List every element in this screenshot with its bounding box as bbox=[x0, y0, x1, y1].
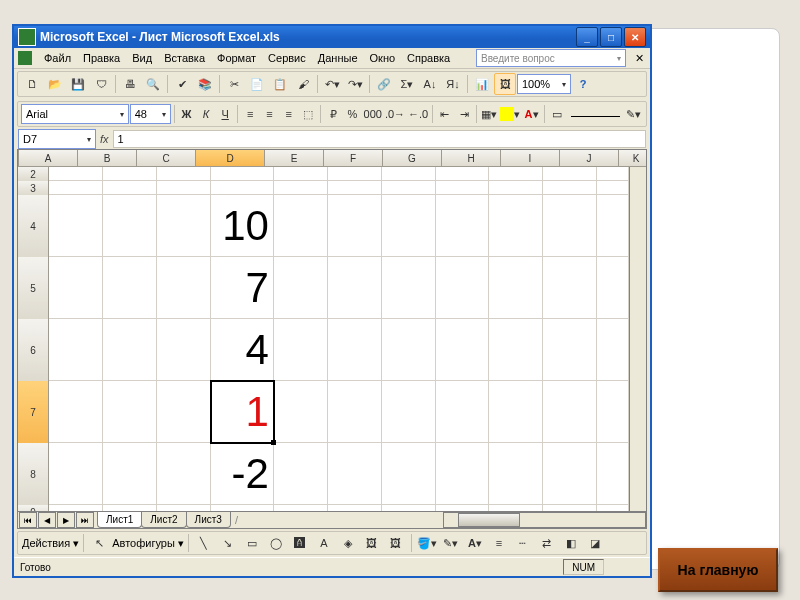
line-color-icon[interactable]: ✎▾ bbox=[625, 103, 643, 125]
col-header-K[interactable]: K bbox=[619, 150, 647, 167]
cell-A4[interactable] bbox=[49, 195, 103, 257]
fx-icon[interactable]: fx bbox=[100, 133, 109, 145]
permission-icon[interactable]: 🛡 bbox=[90, 73, 112, 95]
cell-I4[interactable] bbox=[489, 195, 543, 257]
cell-I5[interactable] bbox=[489, 257, 543, 319]
select-objects-icon[interactable]: ↖ bbox=[88, 532, 110, 554]
menu-правка[interactable]: Правка bbox=[77, 52, 126, 64]
cell-C7[interactable] bbox=[157, 381, 211, 443]
cell-B6[interactable] bbox=[103, 319, 157, 381]
cell-F7[interactable] bbox=[328, 381, 382, 443]
cell-C3[interactable] bbox=[157, 181, 211, 195]
font-size-combo[interactable]: 48▾ bbox=[130, 104, 171, 124]
cell-G7[interactable] bbox=[382, 381, 436, 443]
cell-E8[interactable] bbox=[274, 443, 328, 505]
dec-decimal-icon[interactable]: ←.0 bbox=[407, 103, 429, 125]
cell-G2[interactable] bbox=[382, 167, 436, 181]
cell-H7[interactable] bbox=[436, 381, 490, 443]
cell-J4[interactable] bbox=[543, 195, 597, 257]
cell-D6[interactable]: 4 bbox=[211, 319, 274, 381]
cell-E7[interactable] bbox=[274, 381, 328, 443]
row-header-2[interactable]: 2 bbox=[18, 167, 49, 182]
cell-G6[interactable] bbox=[382, 319, 436, 381]
cell-J7[interactable] bbox=[543, 381, 597, 443]
col-header-B[interactable]: B bbox=[78, 150, 137, 167]
paste-icon[interactable]: 📋 bbox=[269, 73, 291, 95]
cell-F6[interactable] bbox=[328, 319, 382, 381]
oval-icon[interactable]: ◯ bbox=[265, 532, 287, 554]
cell-J6[interactable] bbox=[543, 319, 597, 381]
zoom-combo[interactable]: 100%▾ bbox=[517, 74, 571, 94]
row-header-6[interactable]: 6 bbox=[18, 319, 49, 382]
menu-окно[interactable]: Окно bbox=[364, 52, 402, 64]
autoshapes-menu[interactable]: Автофигуры ▾ bbox=[112, 537, 184, 550]
merge-icon[interactable]: ⬚ bbox=[299, 103, 317, 125]
col-header-H[interactable]: H bbox=[442, 150, 501, 167]
percent-icon[interactable]: % bbox=[343, 103, 361, 125]
cell-G3[interactable] bbox=[382, 181, 436, 195]
print-icon[interactable]: 🖶 bbox=[119, 73, 141, 95]
align-center-icon[interactable]: ≡ bbox=[260, 103, 278, 125]
borders-icon[interactable]: ▦▾ bbox=[480, 103, 498, 125]
row-header-5[interactable]: 5 bbox=[18, 257, 49, 320]
menu-данные[interactable]: Данные bbox=[312, 52, 364, 64]
drawing-icon[interactable]: 🖼 bbox=[494, 73, 516, 95]
wordart-icon[interactable]: A bbox=[313, 532, 335, 554]
shadow-icon[interactable]: ◧ bbox=[560, 532, 582, 554]
diagram-icon[interactable]: ◈ bbox=[337, 532, 359, 554]
cell-G8[interactable] bbox=[382, 443, 436, 505]
cell-G4[interactable] bbox=[382, 195, 436, 257]
vertical-scrollbar[interactable] bbox=[629, 167, 646, 511]
line-icon[interactable]: ╲ bbox=[193, 532, 215, 554]
cell-F5[interactable] bbox=[328, 257, 382, 319]
horizontal-scrollbar[interactable] bbox=[443, 512, 646, 528]
underline-button[interactable]: Ч bbox=[216, 103, 234, 125]
col-header-A[interactable]: A bbox=[19, 150, 78, 167]
dash-style-icon[interactable]: ┄ bbox=[512, 532, 534, 554]
cell-E6[interactable] bbox=[274, 319, 328, 381]
line-style-icon[interactable]: ≡ bbox=[488, 532, 510, 554]
cell-H6[interactable] bbox=[436, 319, 490, 381]
help-icon[interactable]: ? bbox=[572, 73, 594, 95]
menu-вставка[interactable]: Вставка bbox=[158, 52, 211, 64]
cut-icon[interactable]: ✂ bbox=[223, 73, 245, 95]
cell-H5[interactable] bbox=[436, 257, 490, 319]
bold-button[interactable]: Ж bbox=[177, 103, 195, 125]
cell-J8[interactable] bbox=[543, 443, 597, 505]
home-button[interactable]: На главную bbox=[658, 548, 778, 592]
cell-C8[interactable] bbox=[157, 443, 211, 505]
insert-picture-icon[interactable]: 🖼 bbox=[385, 532, 407, 554]
cell-F4[interactable] bbox=[328, 195, 382, 257]
sheet-tab-Лист1[interactable]: Лист1 bbox=[97, 512, 142, 528]
cell-D2[interactable] bbox=[211, 167, 274, 181]
cell-K8[interactable] bbox=[597, 443, 629, 505]
comma-icon[interactable]: 000 bbox=[363, 103, 383, 125]
font-combo[interactable]: Arial▾ bbox=[21, 104, 129, 124]
draw-border-icon[interactable]: ▭ bbox=[548, 103, 566, 125]
maximize-button[interactable]: □ bbox=[600, 27, 622, 47]
cell-C4[interactable] bbox=[157, 195, 211, 257]
clipart-icon[interactable]: 🖼 bbox=[361, 532, 383, 554]
fill-color-draw-icon[interactable]: 🪣▾ bbox=[416, 532, 438, 554]
drawing-actions-menu[interactable]: Действия ▾ bbox=[22, 537, 79, 550]
tab-nav-first[interactable]: ⏮ bbox=[19, 512, 37, 528]
doc-close-button[interactable]: ✕ bbox=[632, 52, 646, 65]
sort-desc-icon[interactable]: Я↓ bbox=[442, 73, 464, 95]
row-header-4[interactable]: 4 bbox=[18, 195, 49, 258]
preview-icon[interactable]: 🔍 bbox=[142, 73, 164, 95]
tab-nav-last[interactable]: ⏭ bbox=[76, 512, 94, 528]
fill-color-icon[interactable]: ▾ bbox=[499, 103, 521, 125]
copy-icon[interactable]: 📄 bbox=[246, 73, 268, 95]
cell-C6[interactable] bbox=[157, 319, 211, 381]
cell-G5[interactable] bbox=[382, 257, 436, 319]
col-header-G[interactable]: G bbox=[383, 150, 442, 167]
autosum-icon[interactable]: Σ▾ bbox=[396, 73, 418, 95]
col-header-I[interactable]: I bbox=[501, 150, 560, 167]
cell-B8[interactable] bbox=[103, 443, 157, 505]
cells-body[interactable]: 234105764718-291011 bbox=[18, 167, 629, 511]
cell-E3[interactable] bbox=[274, 181, 328, 195]
3d-icon[interactable]: ◪ bbox=[584, 532, 606, 554]
col-header-F[interactable]: F bbox=[324, 150, 383, 167]
cell-B2[interactable] bbox=[103, 167, 157, 181]
inc-decimal-icon[interactable]: .0→ bbox=[384, 103, 406, 125]
